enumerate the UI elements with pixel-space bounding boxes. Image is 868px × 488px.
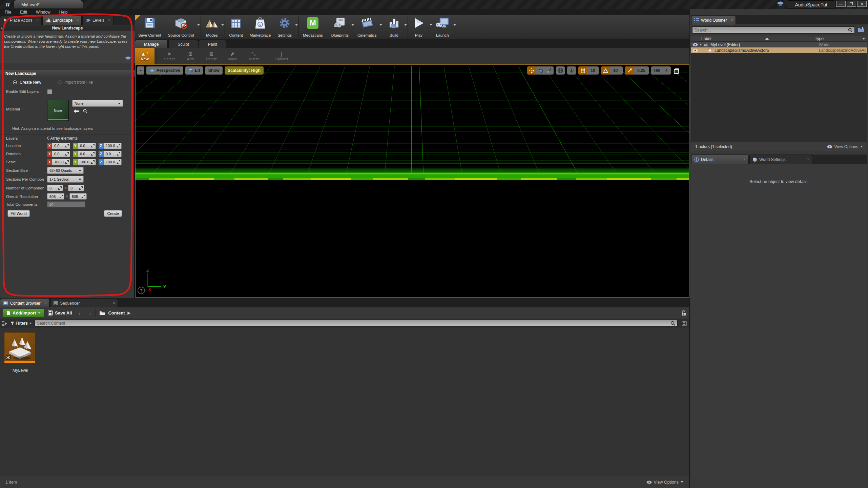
- drag-handle-icon[interactable]: [91, 160, 95, 164]
- close-tab-icon[interactable]: ×: [731, 18, 733, 22]
- drag-handle-icon[interactable]: [117, 152, 120, 156]
- tab-content-browser[interactable]: Content Browser ×: [0, 298, 49, 308]
- drag-handle-icon[interactable]: [91, 152, 95, 156]
- enable-edit-layers-checkbox[interactable]: [47, 89, 52, 94]
- launch-button[interactable]: Launch: [432, 15, 456, 39]
- surface-snap-button[interactable]: [567, 66, 576, 75]
- rotation-y-field[interactable]: Y0.0: [73, 151, 96, 157]
- minimize-button[interactable]: —: [836, 1, 846, 7]
- tutorial-cap-icon[interactable]: [125, 56, 131, 61]
- tab-landscape[interactable]: Landscape ×: [42, 15, 82, 25]
- chevron-down-icon[interactable]: [379, 24, 382, 26]
- tab-paint[interactable]: Paint: [199, 40, 226, 48]
- drag-handle-icon[interactable]: [65, 144, 69, 147]
- outliner-view-options[interactable]: View Options: [827, 144, 863, 149]
- components-x-spinner[interactable]: 8: [47, 185, 63, 191]
- tab-sculpt[interactable]: Sculpt: [168, 40, 198, 48]
- close-tab-icon[interactable]: ×: [44, 301, 46, 305]
- drag-handle-icon[interactable]: [117, 144, 120, 147]
- content-search-input[interactable]: [37, 321, 670, 326]
- camera-speed-button[interactable]: [651, 66, 662, 75]
- browse-magnifier-icon[interactable]: [83, 109, 87, 113]
- tab-sequencer[interactable]: Sequencer ×: [50, 298, 118, 308]
- tab-manage[interactable]: Manage: [135, 40, 168, 48]
- drag-handle-icon[interactable]: [65, 160, 69, 164]
- drag-handle-icon[interactable]: [65, 152, 69, 156]
- resolution-y-spinner[interactable]: 505: [69, 193, 87, 200]
- drag-handle-icon[interactable]: [117, 160, 120, 164]
- tool-resize[interactable]: ⤡ Resize: [243, 48, 264, 64]
- build-button[interactable]: Build: [384, 15, 407, 39]
- project-window-tab[interactable]: AudioSpaceTut: [787, 0, 835, 9]
- menu-edit[interactable]: Edit: [20, 10, 27, 15]
- rotation-snap-toggle[interactable]: [601, 66, 610, 75]
- outliner-search-input[interactable]: [695, 28, 848, 33]
- radio-create-new[interactable]: [13, 80, 17, 84]
- menu-help[interactable]: Help: [59, 10, 68, 15]
- marketplace-button[interactable]: u Marketplace: [246, 15, 274, 39]
- tutorial-cap-icon[interactable]: [777, 1, 784, 7]
- tab-world-outliner[interactable]: World Outliner ×: [691, 15, 736, 25]
- restore-button[interactable]: ❐: [847, 1, 856, 7]
- components-y-spinner[interactable]: 8: [68, 185, 84, 191]
- sort-ascending-icon[interactable]: [765, 38, 769, 40]
- close-tab-icon[interactable]: ×: [744, 158, 746, 161]
- tool-move[interactable]: ⬈ Move: [222, 48, 243, 64]
- source-control-button[interactable]: Source Control: [165, 15, 200, 39]
- breadcrumb[interactable]: Content ▶: [99, 310, 130, 316]
- lock-icon[interactable]: [681, 310, 686, 316]
- column-label[interactable]: Label: [691, 36, 711, 41]
- content-button[interactable]: Content: [226, 15, 246, 39]
- menu-file[interactable]: File: [5, 10, 11, 15]
- import-from-file-option[interactable]: Import from File: [58, 80, 93, 85]
- sources-panel-icon[interactable]: [2, 321, 8, 326]
- resolution-x-spinner[interactable]: 505: [47, 193, 64, 200]
- chevron-down-icon[interactable]: [197, 24, 200, 26]
- asset-mylevel[interactable]: MyLevel: [4, 332, 37, 373]
- move-gizmo-button[interactable]: [527, 66, 536, 75]
- tool-delete[interactable]: ⊠ Delete: [201, 48, 222, 64]
- chevron-down-icon[interactable]: [221, 24, 224, 26]
- scale-gizmo-button[interactable]: [545, 66, 554, 75]
- show-button[interactable]: Show: [205, 66, 222, 75]
- location-z-field[interactable]: Z100.0: [99, 143, 122, 149]
- outliner-search-field[interactable]: [692, 26, 855, 34]
- settings-button[interactable]: Settings: [274, 15, 298, 39]
- scale-x-field[interactable]: X100.0: [47, 159, 70, 165]
- section-size-dropdown[interactable]: 63×63 Quads: [47, 167, 84, 174]
- visibility-eye-icon[interactable]: [693, 49, 698, 52]
- drag-handle-icon[interactable]: [82, 195, 85, 198]
- tab-details[interactable]: Details ×: [691, 155, 749, 164]
- close-tab-icon[interactable]: ×: [37, 18, 39, 22]
- drag-handle-icon[interactable]: [58, 186, 62, 190]
- close-button[interactable]: ✕: [857, 1, 867, 7]
- rotation-x-field[interactable]: X0.0: [47, 151, 70, 157]
- location-y-field[interactable]: Y0.0: [73, 143, 96, 149]
- tool-new[interactable]: ▲⁺ New: [135, 48, 154, 64]
- grid-snap-toggle[interactable]: [578, 66, 587, 75]
- sections-per-component-dropdown[interactable]: 1×1 Section: [47, 176, 84, 183]
- perspective-button[interactable]: Perspective: [146, 66, 183, 75]
- add-folder-icon[interactable]: [857, 27, 864, 33]
- outliner-row-mylevel[interactable]: MyLevel (Editor) World: [691, 42, 867, 47]
- rotation-z-field[interactable]: Z0.0: [99, 151, 122, 157]
- material-thumbnail[interactable]: None: [47, 100, 69, 121]
- scale-z-field[interactable]: Z100.0: [99, 159, 122, 165]
- modes-button[interactable]: Modes: [202, 15, 224, 39]
- create-button[interactable]: Create: [104, 210, 122, 217]
- drag-handle-icon[interactable]: [79, 186, 83, 190]
- level-window-tab[interactable]: MyLevel*: [14, 0, 83, 9]
- lit-mode-button[interactable]: Lit: [185, 66, 203, 75]
- grid-snap-value[interactable]: 10: [587, 66, 599, 75]
- tab-world-settings[interactable]: World Settings ×: [749, 155, 812, 164]
- drag-handle-icon[interactable]: [60, 195, 63, 198]
- scalability-button[interactable]: Scalability: High: [225, 66, 264, 75]
- column-type[interactable]: Type: [815, 36, 862, 41]
- expander-icon[interactable]: [700, 44, 702, 46]
- tab-levels[interactable]: Levels ×: [82, 15, 113, 25]
- visibility-eye-icon[interactable]: [693, 43, 698, 46]
- asset-thumbnail[interactable]: [4, 332, 35, 363]
- use-selected-arrow-icon[interactable]: [74, 109, 79, 113]
- filters-button[interactable]: Filters: [11, 321, 32, 326]
- outliner-row-landscapegizmo[interactable]: LandscapeGizmoActiveActor5 LandscapeGizm…: [691, 47, 867, 53]
